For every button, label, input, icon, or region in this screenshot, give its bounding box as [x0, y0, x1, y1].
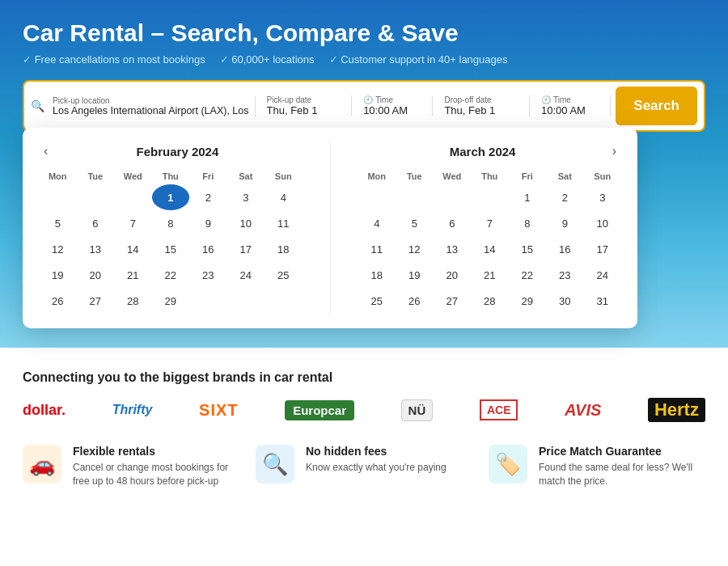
hero-badges: Free cancellations on most bookings 60,0…: [23, 53, 705, 65]
calendar-day[interactable]: 12: [39, 236, 77, 262]
calendar-day[interactable]: 5: [39, 210, 77, 236]
calendar-day[interactable]: 22: [509, 262, 547, 288]
calendar-day[interactable]: 27: [77, 288, 115, 314]
calendar-day[interactable]: 18: [358, 262, 396, 288]
thrifty-logo: Thrifty: [112, 403, 153, 417]
sixt-logo: SIXT: [199, 401, 238, 420]
bottom-section: Connecting you to the biggest brands in …: [0, 348, 728, 488]
calendar-day[interactable]: 14: [114, 236, 152, 262]
search-icon: 🔍: [31, 99, 48, 112]
dropoff-date-field[interactable]: Drop-off date Thu, Feb 1: [438, 95, 530, 116]
calendar-day[interactable]: 18: [265, 236, 303, 262]
features-row: 🚗 Flexible rentals Cancel or change most…: [23, 445, 705, 488]
calendar-day[interactable]: 14: [471, 236, 509, 262]
pickup-date-field[interactable]: Pick-up date Thu, Feb 1: [260, 95, 353, 116]
calendar-day[interactable]: 25: [358, 288, 396, 314]
nu-logo: NÜ: [401, 399, 434, 421]
calendar-day[interactable]: 29: [509, 288, 547, 314]
calendar-day[interactable]: 21: [114, 262, 152, 288]
calendar-day[interactable]: 3: [584, 184, 622, 210]
calendar-day[interactable]: 1: [509, 184, 547, 210]
calendar-day[interactable]: 17: [584, 236, 622, 262]
dropoff-time-value: 10:00 AM: [541, 104, 603, 116]
calendar-day[interactable]: 9: [546, 210, 584, 236]
calendar-day[interactable]: 10: [227, 210, 265, 236]
calendar-day[interactable]: 28: [114, 288, 152, 314]
flexible-title: Flexible rentals: [73, 445, 239, 458]
calendar-day[interactable]: 8: [152, 210, 190, 236]
calendar-day[interactable]: 16: [546, 236, 584, 262]
clock-icon-2: 🕙: [541, 95, 551, 104]
pickup-location-field[interactable]: Pick-up location: [53, 96, 256, 116]
calendar-day[interactable]: 29: [152, 288, 190, 314]
calendar-day[interactable]: 21: [471, 262, 509, 288]
calendar-day[interactable]: 11: [358, 236, 396, 262]
calendar-day[interactable]: 26: [396, 288, 434, 314]
brands-row: dollar. Thrifty SIXT Europcar NÜ ACE AVI…: [23, 398, 705, 422]
calendar-day: [189, 288, 227, 314]
calendar-day[interactable]: 2: [546, 184, 584, 210]
calendar-day[interactable]: 7: [471, 210, 509, 236]
calendar-day[interactable]: 4: [358, 210, 396, 236]
calendar-day[interactable]: 22: [152, 262, 190, 288]
dropoff-time-field[interactable]: 🕙 Time 10:00 AM: [535, 95, 611, 116]
calendar-day[interactable]: 24: [227, 262, 265, 288]
hero-section: Car Rental – Search, Compare & Save Free…: [0, 0, 728, 348]
calendar-day[interactable]: 15: [509, 236, 547, 262]
march-title: March 2024: [450, 145, 516, 158]
dropoff-date-value: Thu, Feb 1: [444, 104, 523, 116]
fees-title: No hidden fees: [306, 445, 447, 458]
badge-locations: 60,000+ locations: [220, 53, 315, 65]
calendar-day[interactable]: 20: [77, 262, 115, 288]
calendar-day[interactable]: 17: [227, 236, 265, 262]
calendar-day[interactable]: 23: [189, 262, 227, 288]
europcar-logo: Europcar: [285, 400, 354, 420]
badge-support: Customer support in 40+ languages: [329, 53, 508, 65]
next-month-button[interactable]: ›: [607, 142, 621, 160]
calendar-day[interactable]: 2: [189, 184, 227, 210]
calendar-day[interactable]: 5: [396, 210, 434, 236]
calendar-day[interactable]: 27: [434, 288, 472, 314]
calendar-day[interactable]: 9: [189, 210, 227, 236]
calendar-day[interactable]: 24: [584, 262, 622, 288]
calendar-day[interactable]: 7: [114, 210, 152, 236]
calendar-day[interactable]: 26: [39, 288, 77, 314]
march-grid: MonTueWedThuFriSatSun 123456789101112131…: [358, 168, 622, 314]
calendar-day[interactable]: 1: [152, 184, 190, 210]
calendar-day[interactable]: 3: [227, 184, 265, 210]
calendar-day[interactable]: 28: [471, 288, 509, 314]
search-button[interactable]: Search: [616, 87, 697, 125]
february-calendar: ‹ February 2024 MonTueWedThuFriSatSun 12…: [39, 142, 303, 314]
avis-logo: AVIS: [565, 401, 601, 420]
calendar-day[interactable]: 13: [434, 236, 472, 262]
flexible-icon: 🚗: [23, 445, 61, 484]
calendar-day[interactable]: 10: [584, 210, 622, 236]
clock-icon: 🕙: [363, 95, 373, 104]
prev-month-button[interactable]: ‹: [39, 142, 53, 160]
calendar-day[interactable]: 6: [77, 210, 115, 236]
calendar-day[interactable]: 16: [189, 236, 227, 262]
calendar-day[interactable]: 8: [509, 210, 547, 236]
calendar-day[interactable]: 31: [584, 288, 622, 314]
calendar-day[interactable]: 12: [396, 236, 434, 262]
brands-title: Connecting you to the biggest brands in …: [23, 370, 705, 385]
calendar-day[interactable]: 15: [152, 236, 190, 262]
march-calendar: March 2024 › MonTueWedThuFriSatSun 12345…: [358, 142, 622, 314]
calendar-day: [396, 184, 434, 210]
calendar-day[interactable]: 19: [396, 262, 434, 288]
calendar-day[interactable]: 4: [265, 184, 303, 210]
calendar-day[interactable]: 13: [77, 236, 115, 262]
calendar-day[interactable]: 11: [265, 210, 303, 236]
pickup-time-field[interactable]: 🕙 Time 10:00 AM: [357, 95, 433, 116]
calendar-day[interactable]: 23: [546, 262, 584, 288]
calendar-day: [114, 184, 152, 210]
price-text: Price Match Guarantee Found the same dea…: [539, 445, 705, 488]
calendar-day[interactable]: 6: [434, 210, 472, 236]
calendar-day[interactable]: 25: [265, 262, 303, 288]
flexible-desc: Cancel or change most bookings for free …: [73, 461, 239, 488]
dropoff-date-label: Drop-off date: [444, 95, 523, 104]
calendar-day[interactable]: 19: [39, 262, 77, 288]
calendar-day[interactable]: 30: [546, 288, 584, 314]
pickup-location-input[interactable]: [53, 105, 248, 116]
calendar-day[interactable]: 20: [434, 262, 472, 288]
